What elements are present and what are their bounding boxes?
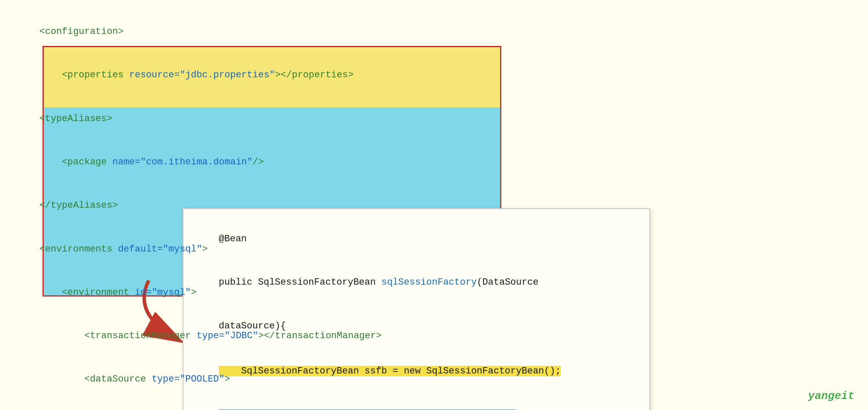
xml-line-5: </typeAliases>	[17, 184, 851, 227]
xml-line-1: <configuration>	[17, 10, 851, 54]
main-content: <configuration> <properties resource="jd…	[0, 0, 868, 410]
tag-configuration-open: <configuration>	[40, 26, 124, 37]
xml-line-10: <property name="driver" value="${jdbc.dr…	[17, 402, 851, 410]
xml-line-6: <environments default="mysql">	[17, 227, 851, 271]
xml-line-3: <typeAliases>	[17, 97, 851, 141]
indent-2	[40, 70, 62, 80]
xml-line-4: <package name="com.itheima.domain"/>	[17, 141, 851, 184]
xml-line-2: <properties resource="jdbc.properties"><…	[17, 54, 851, 97]
xml-line-9: <dataSource type="POOLED">	[17, 358, 851, 401]
xml-line-8: <transactionManager type="JDBC"></transa…	[17, 314, 851, 358]
xml-line-7: <environment id="mysql">	[17, 271, 851, 314]
